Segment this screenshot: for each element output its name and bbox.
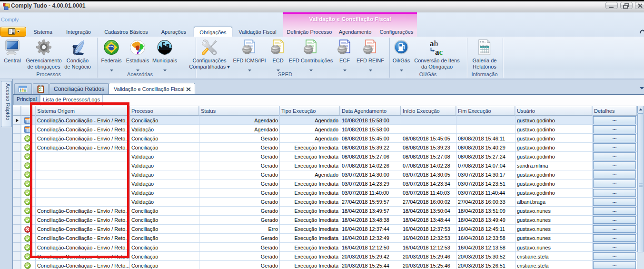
- svg-text:ac: ac: [435, 48, 443, 55]
- svg-text:ab: ab: [430, 40, 438, 48]
